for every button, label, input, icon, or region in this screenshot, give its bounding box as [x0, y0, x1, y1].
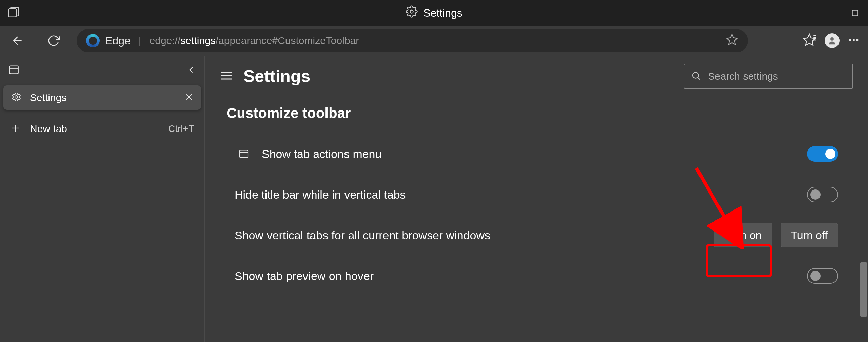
svg-rect-13 — [9, 66, 18, 74]
maximize-button[interactable] — [842, 0, 868, 26]
svg-line-24 — [698, 78, 700, 79]
setting-label: Show tab preview on hover — [235, 269, 807, 283]
svg-point-9 — [830, 37, 834, 41]
svg-point-11 — [853, 39, 855, 41]
svg-rect-0 — [8, 9, 16, 17]
toggle-tab-preview[interactable] — [807, 268, 838, 284]
setting-row-vertical-tabs-all-windows: Show vertical tabs for all current brows… — [226, 215, 846, 256]
setting-row-hide-title-bar: Hide title bar while in vertical tabs — [226, 174, 846, 215]
svg-rect-25 — [240, 150, 248, 157]
profile-avatar[interactable] — [825, 33, 840, 48]
gear-icon — [11, 92, 22, 104]
svg-rect-3 — [852, 10, 858, 16]
scrollbar-thumb[interactable] — [860, 262, 867, 317]
favorites-icon[interactable] — [802, 33, 816, 48]
panel-icon[interactable] — [8, 64, 20, 77]
hamburger-menu-icon[interactable] — [220, 69, 233, 84]
turn-off-button[interactable]: Turn off — [781, 223, 839, 247]
tab-actions-icon[interactable] — [7, 6, 20, 21]
settings-main: Settings Customize toolbar Show tab acti… — [205, 56, 868, 342]
setting-label: Show tab actions menu — [262, 147, 807, 161]
address-bar[interactable]: Edge | edge://settings/appearance#Custom… — [77, 29, 748, 52]
setting-row-tab-actions-menu: Show tab actions menu — [226, 134, 846, 174]
panel-icon — [235, 148, 253, 159]
favorite-star-icon[interactable] — [726, 33, 738, 48]
scrollbar[interactable] — [859, 56, 868, 342]
minimize-button[interactable] — [816, 0, 842, 26]
setting-label: Hide title bar while in vertical tabs — [235, 188, 807, 201]
sidebar-tab-label: Settings — [30, 92, 66, 103]
separator: | — [139, 35, 141, 46]
edge-logo-icon — [86, 34, 100, 47]
search-settings-box[interactable] — [684, 64, 853, 89]
new-tab-label: New tab — [30, 123, 67, 135]
titlebar: Settings — [0, 0, 868, 26]
setting-label: Show vertical tabs for all current brows… — [235, 229, 714, 242]
svg-point-1 — [410, 10, 413, 13]
sidebar-tab-settings[interactable]: Settings — [3, 85, 201, 110]
app-name: Edge — [105, 35, 131, 47]
vertical-tabs-sidebar: Settings New tab Ctrl+T — [0, 56, 205, 342]
gear-icon — [406, 5, 418, 20]
more-menu-icon[interactable] — [848, 34, 860, 47]
collapse-chevron-icon[interactable] — [186, 65, 196, 76]
toggle-tab-actions-menu[interactable] — [807, 146, 838, 162]
refresh-button[interactable] — [44, 31, 63, 50]
url-text: edge://settings/appearance#CustomizeTool… — [150, 35, 359, 46]
page-title: Settings — [243, 66, 310, 86]
toggle-hide-title-bar[interactable] — [807, 187, 838, 202]
search-settings-input[interactable] — [708, 71, 846, 82]
turn-on-button[interactable]: Turn on — [714, 223, 772, 247]
window-title: Settings — [423, 7, 462, 19]
back-button[interactable] — [8, 31, 27, 50]
search-icon — [691, 71, 701, 82]
setting-row-tab-preview: Show tab preview on hover — [226, 256, 846, 296]
svg-point-15 — [15, 96, 18, 98]
plus-icon — [10, 123, 20, 135]
new-tab-shortcut: Ctrl+T — [168, 123, 194, 134]
new-tab-button[interactable]: New tab Ctrl+T — [0, 115, 204, 143]
svg-point-23 — [693, 72, 699, 78]
section-title: Customize toolbar — [226, 105, 846, 121]
svg-marker-4 — [727, 34, 737, 44]
svg-point-10 — [849, 39, 851, 41]
close-icon[interactable] — [184, 92, 194, 103]
svg-point-12 — [856, 39, 859, 41]
navbar: Edge | edge://settings/appearance#Custom… — [0, 26, 868, 56]
